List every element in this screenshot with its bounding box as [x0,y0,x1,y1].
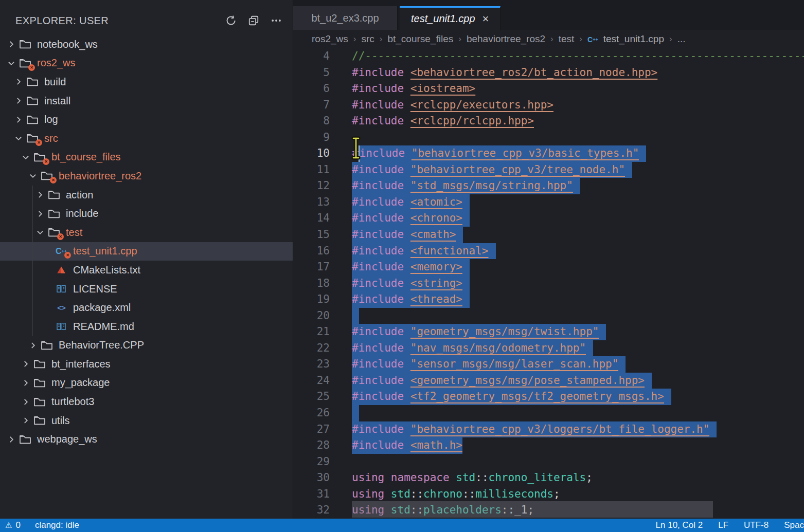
tree-item-bt-interfaces[interactable]: bt_interfaces [0,355,293,374]
code-line-16[interactable]: 16#include <functional> [293,243,804,260]
chevron-collapsed-icon[interactable] [20,378,32,388]
status-text: Spac [784,520,804,530]
breadcrumb-overflow[interactable]: ... [677,33,686,45]
chevron-collapsed-icon[interactable] [12,96,25,105]
chevron-collapsed-icon[interactable] [12,77,25,86]
code-line-13[interactable]: 13#include <atomic> [293,194,804,211]
selected-newline [462,194,470,211]
code-line-15[interactable]: 15#include <cmath> [293,227,804,243]
code-line-17[interactable]: 17#include <memory> [293,259,804,276]
tree-item-package-xml[interactable]: <>package.xml [0,298,293,317]
tree-item-action[interactable]: action [0,186,293,205]
code-line-30[interactable]: 30using namespace std::chrono_literals; [293,470,804,486]
chevron-collapsed-icon[interactable] [20,397,32,407]
tree-item-my-package[interactable]: my_package [0,374,293,393]
folder-icon [46,190,62,200]
tree-item-install[interactable]: install [0,91,293,111]
code-line-28[interactable]: 28#include <math.h> [293,437,804,454]
chevron-collapsed-icon[interactable] [27,341,39,350]
tree-item-behaviortree-cpp[interactable]: BehaviorTree.CPP [0,336,293,355]
code-token: #include [352,356,410,373]
chevron-collapsed-icon[interactable] [5,40,17,49]
code-line-text: #include "geometry_msgs/msg/twist.hpp" [352,324,606,340]
tree-item-webpage-ws[interactable]: webpage_ws [0,430,293,449]
code-line-10[interactable]: 10#include "behaviortree_cpp_v3/basic_ty… [293,145,804,162]
chevron-collapsed-icon[interactable] [34,190,46,199]
breadcrumb-item-file[interactable]: test_unit1.cpp [603,33,664,45]
breadcrumb-item-bt_course_files[interactable]: bt_course_files [387,33,453,45]
code-line-14[interactable]: 14#include <chrono> [293,210,804,227]
code-token: "geometry_msgs/msg/twist.hpp" [410,324,599,340]
tree-item-src[interactable]: ✕src [0,129,293,148]
tab-bt_u2_ex3-cpp[interactable]: bt_u2_ex3.cpp [293,6,398,30]
tree-item-utils[interactable]: utils [0,411,293,430]
code-line-25[interactable]: 25#include <tf2_geometry_msgs/tf2_geomet… [293,389,804,405]
code-line-8[interactable]: 8#include <rclcpp/rclcpp.hpp> [293,113,804,130]
code-line-29[interactable]: 29 [293,454,804,470]
tree-item-cmakelists-txt[interactable]: CMakeLists.txt [0,261,293,280]
chevron-expanded-icon[interactable] [34,228,46,237]
tree-item-notebook-ws[interactable]: notebook_ws [0,35,293,54]
tree-item-turtlebot3[interactable]: turtlebot3 [0,392,293,411]
code-line-12[interactable]: 12#include "std_msgs/msg/string.hpp" [293,178,804,194]
chevron-collapsed-icon[interactable] [5,435,17,444]
code-line-9[interactable]: 9 [293,130,804,146]
tree-item-build[interactable]: build [0,72,293,91]
breadcrumb-item-behaviortree_ros2[interactable]: behaviortree_ros2 [467,33,545,45]
breadcrumb-item-test[interactable]: test [559,33,575,45]
code-line-text: #include "sensor_msgs/msg/laser_scan.hpp… [352,356,626,373]
code-line-4[interactable]: 4//-------------------------------------… [293,48,804,65]
tree-item-log[interactable]: log [0,110,293,129]
chevron-collapsed-icon[interactable] [20,359,32,369]
code-token: include [360,145,412,162]
code-token: std [456,470,475,486]
code-line-6[interactable]: 6#include <iostream> [293,81,804,97]
status-problems[interactable]: ⚠0 [5,520,21,530]
code-token: "behaviortree_cpp_v3/loggers/bt_file_log… [410,421,710,438]
more-actions-icon[interactable] [269,13,283,28]
tab-test_unit1-cpp[interactable]: test_unit1.cpp × [400,6,501,30]
code-line-21[interactable]: 21#include "geometry_msgs/msg/twist.hpp" [293,324,804,340]
tree-item-bt-course-files[interactable]: ✕bt_course_files [0,148,293,167]
chevron-expanded-icon[interactable] [5,59,17,68]
code-line-31[interactable]: 31using std::chrono::milliseconds; [293,486,804,503]
code-line-26[interactable]: 26 [293,405,804,421]
chevron-collapsed-icon[interactable] [20,416,32,425]
code-line-5[interactable]: 5#include <behaviortree_ros2/bt_action_n… [293,65,804,81]
code-line-22[interactable]: 22#include "nav_msgs/msg/odometry.hpp" [293,340,804,357]
tree-item-test-unit1-cpp[interactable]: C++✕test_unit1.cpp [0,242,293,261]
status-cursor-position[interactable]: Ln 10, Col 2 [656,520,703,530]
chevron-collapsed-icon[interactable] [34,209,46,218]
code-line-19[interactable]: 19#include <thread> [293,291,804,308]
code-line-11[interactable]: 11#include "behaviortree_cpp_v3/tree_nod… [293,162,804,178]
refresh-icon[interactable] [224,13,238,28]
code-token: #include [352,113,410,130]
code-line-20[interactable]: 20 [293,308,804,324]
tree-item-readme-md[interactable]: README.md [0,317,293,336]
status-encoding[interactable]: UTF-8 [744,520,769,530]
code-token: <functional> [410,243,489,260]
close-icon[interactable]: × [483,13,489,25]
tree-item-ros2-ws[interactable]: ✕ros2_ws [0,54,293,73]
tree-item-include[interactable]: include [0,204,293,223]
chevron-expanded-icon[interactable] [20,153,32,162]
code-line-7[interactable]: 7#include <rclcpp/executors.hpp> [293,97,804,114]
code-line-27[interactable]: 27#include "behaviortree_cpp_v3/loggers/… [293,421,804,438]
breadcrumb-item-ros2_ws[interactable]: ros2_ws [312,33,348,45]
code-line-23[interactable]: 23#include "sensor_msgs/msg/laser_scan.h… [293,356,804,373]
modified-badge: ✕ [50,177,57,184]
code-line-24[interactable]: 24#include <geometry_msgs/msg/pose_stamp… [293,373,804,389]
status-indentation[interactable]: Spac [784,520,804,530]
chevron-expanded-icon[interactable] [27,171,39,180]
collapse-all-icon[interactable] [246,13,261,28]
code-line-18[interactable]: 18#include <string> [293,276,804,292]
breadcrumb-item-src[interactable]: src [361,33,374,45]
status-eol-indicator[interactable]: LF [718,520,728,530]
status-clangd-status[interactable]: clangd: idle [35,520,79,530]
chevron-expanded-icon[interactable] [12,134,25,143]
tree-item-behaviortree-ros2[interactable]: ✕behaviortree_ros2 [0,167,293,186]
chevron-collapsed-icon[interactable] [12,115,25,124]
tree-item-test[interactable]: ✕test [0,223,293,242]
horizontal-scrollbar[interactable] [352,501,713,518]
tree-item-license[interactable]: LICENSE [0,280,293,299]
